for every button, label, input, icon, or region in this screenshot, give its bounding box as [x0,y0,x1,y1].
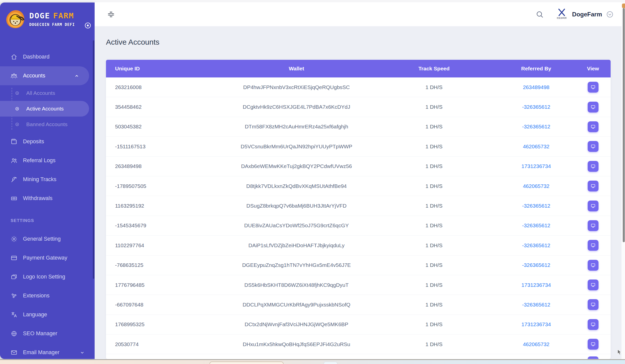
referred-by-link[interactable]: 1731236734 [497,163,575,169]
sidebar: DOGEFARM DOGECOIN FARM DEFI DashboardAcc… [0,3,95,359]
referred-by-link[interactable]: -326365612 [497,302,575,308]
referred-by-link[interactable]: 1731236734 [497,321,575,327]
brand-name: DOGEFARM [29,11,75,20]
background-input-fragment [209,361,284,364]
sidebar-item-email-manager[interactable]: Email Manager [0,343,95,359]
topbar: 优选源码库 DogeFarm [95,2,625,26]
view-button[interactable] [588,121,599,132]
view-button[interactable] [588,82,599,93]
screen: DOGEFARM DOGECOIN FARM DEFI DashboardAcc… [0,0,625,364]
unique-id-cell: -768635125 [106,262,222,268]
view-button[interactable] [588,260,599,271]
sidebar-item-banned-accounts[interactable]: Banned Accounts [0,117,95,132]
sidebar-item-label: SEO Manager [23,330,57,337]
monitor-icon [590,85,596,90]
monitor-icon [590,302,596,307]
view-button[interactable] [588,319,599,330]
view-button[interactable] [588,102,599,113]
unique-id-cell: 354458462 [106,104,222,110]
radio-icon [15,122,20,127]
search-icon[interactable] [536,10,544,18]
monitor-icon [590,203,596,209]
sidebar-item-accounts[interactable]: Accounts [0,66,89,85]
chevron-down-circle-icon[interactable] [606,11,614,18]
track-speed-cell: 1 DH/S [371,163,497,169]
referred-by-link[interactable]: 462065732 [497,183,575,189]
doge-logo-icon [5,9,26,31]
track-speed-cell: 1 DH/S [371,341,497,347]
referred-by-link[interactable]: 462065732 [497,144,575,150]
sidebar-item-label: Accounts [23,73,45,79]
view-button[interactable] [588,356,599,359]
sidebar-item-extensions[interactable]: Extensions [0,286,95,305]
table-row: 1776796485DS5k6HbSKHT8D6WZ6iXt48fjhKC9qg… [106,275,611,295]
unique-id-cell: 1768995325 [106,321,222,327]
chevron-down-icon [79,350,85,355]
referred-by-link[interactable]: -326365612 [497,242,575,248]
referred-by-link[interactable]: -326365612 [497,222,575,229]
sidebar-item-all-accounts[interactable]: All Accounts [0,85,95,101]
sidebar-item-seo-manager[interactable]: SEO Manager [0,324,95,343]
monitor-icon [590,223,596,228]
sidebar-item-label: Withdrawals [23,195,52,202]
referred-by-link[interactable]: 1731236734 [497,282,575,288]
sidebar-item-label: Payment Gateway [23,255,67,261]
referred-by-link[interactable]: -326365612 [497,203,575,209]
sidebar-item-language[interactable]: Language [0,305,95,324]
sidebar-item-referral-logs[interactable]: Referral Logs [0,151,95,170]
sidebar-item-label: General Setting [23,236,61,242]
table-header-row: Unique IDWalletTrack SpeedReferred ByVie… [106,60,611,77]
banknote-icon [11,195,17,202]
monitor-icon [590,243,596,248]
wallet-cell: DS5k6HbSKHT8D6WZ6iXt48fjhKC9qgDyuT [222,282,371,288]
table-row: 354458462DCgktvHk9zC6HSXJGE4L7PdBA7x6KcD… [106,97,611,117]
track-speed-cell: 1 DH/S [371,302,497,308]
radio-icon [15,91,20,96]
view-button[interactable] [588,161,599,172]
user-name[interactable]: DogeFarm [572,11,602,18]
credit-card-icon [11,255,17,261]
sidebar-item-payment-gateway[interactable]: Payment Gateway [0,248,95,267]
column-header-view: View [575,66,611,72]
sidebar-item-withdrawals[interactable]: Withdrawals [0,189,95,208]
view-button[interactable] [588,220,599,231]
wallet-cell: DSugZ8brkqpQ7v6baMj6BUH3JttArYjVFD [222,203,371,209]
circle-dot-icon[interactable] [84,22,92,29]
wallet-cell: DGEEypuZnqZsg1hTN7vYhHGx5mE4v56J7E [222,262,371,268]
view-button[interactable] [588,141,599,152]
referred-by-link[interactable]: -326365612 [497,124,575,130]
sidebar-item-mining-tracks[interactable]: Mining Tracks [0,170,95,189]
track-speed-cell: 1 DH/S [371,242,497,248]
sidebar-item-active-accounts[interactable]: Active Accounts [0,101,89,117]
view-button[interactable] [588,181,599,191]
compress-icon[interactable] [107,11,115,18]
referred-by-link[interactable]: 263489498 [497,84,575,90]
sidebar-item-label: Deposits [23,138,44,145]
referred-by-link[interactable]: 462065732 [497,341,575,347]
sidebar-item-label: Email Manager [23,349,60,356]
page-scrollbar[interactable] [623,8,625,242]
monitor-icon [590,263,596,268]
view-button[interactable] [588,299,599,310]
user-avatar[interactable]: 优选源码库 [556,8,567,21]
sidebar-item-general-setting[interactable]: General Setting [0,230,95,248]
referred-by-link[interactable]: -326365612 [497,262,575,268]
unique-id-cell: 1102297764 [106,242,222,248]
view-button[interactable] [588,339,599,350]
table-row: -1545345679DUE8ivZAUaCsYDoWf25oJ75G9crtZ… [106,216,611,235]
sidebar-scrollbar[interactable] [93,40,94,279]
view-button[interactable] [588,279,599,290]
sidebar-item-dashboard[interactable]: Dashboard [0,47,95,66]
referred-by-link[interactable]: -326365612 [497,104,575,110]
globe-icon [11,330,17,337]
track-speed-cell: 1 DH/S [371,282,497,288]
view-button[interactable] [588,201,599,211]
brand: DOGEFARM DOGECOIN FARM DEFI [0,3,95,38]
sidebar-item-deposits[interactable]: Deposits [0,132,95,151]
view-button[interactable] [588,240,599,251]
track-speed-cell: 1 DH/S [371,262,497,268]
nodes-icon [11,292,17,299]
wallet-cell: DHxu1mKx5hkwQoBHqJfqS6EPJFi4G2uRSu [222,341,371,347]
sidebar-item-logo-icon-setting[interactable]: Logo Icon Setting [0,267,95,286]
sidebar-item-label: Language [23,312,47,318]
